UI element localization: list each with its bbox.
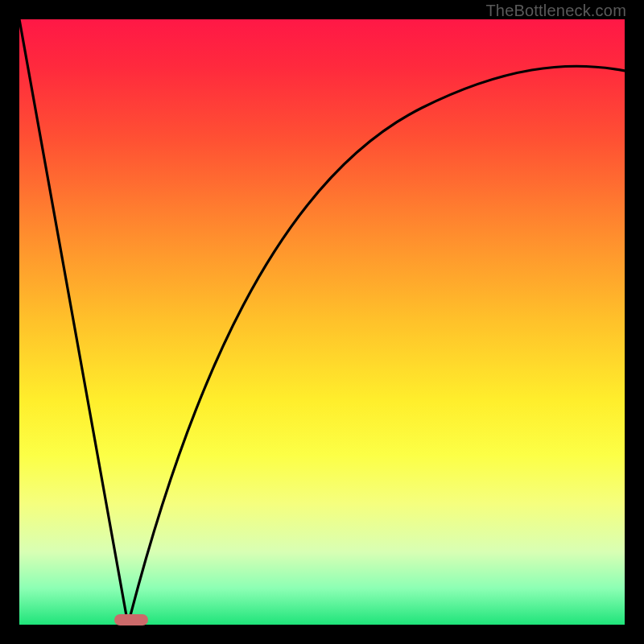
- bottleneck-curve: [19, 19, 625, 625]
- bottleneck-marker: [114, 614, 148, 625]
- curve-path: [19, 19, 625, 625]
- chart-container: TheBottleneck.com: [0, 0, 644, 644]
- watermark-label: TheBottleneck.com: [485, 2, 626, 20]
- plot-area: [19, 19, 625, 625]
